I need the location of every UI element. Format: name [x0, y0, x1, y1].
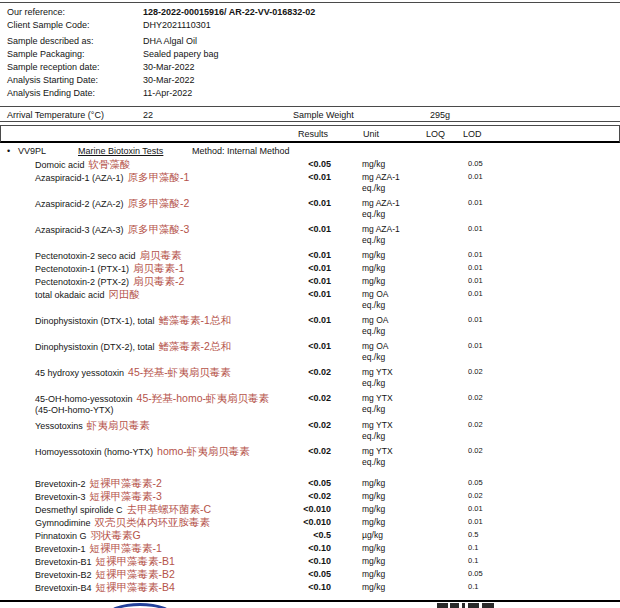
lod-value: 0.01: [468, 288, 513, 300]
unit-line1: mg/kg: [362, 275, 425, 287]
result-value: <0.010: [296, 503, 331, 515]
analyte-name-cell: Brevetoxin-B1短裸甲藻毒素-B1: [7, 555, 296, 568]
unit-line1: mg/kg: [362, 158, 425, 170]
result-value: <0.01: [296, 262, 331, 274]
lod-value: 0.01: [468, 503, 513, 515]
unit-cell: mg/kg: [362, 555, 425, 567]
meta-row: Our reference: 128-2022-00015916/ AR-22-…: [7, 6, 613, 19]
section-bullet: •: [7, 145, 10, 157]
unit-line2: eq./kg: [362, 404, 425, 415]
analyte-chinese-annotation: 45-羟基-homo-虾夷扇贝毒素: [137, 392, 269, 404]
meta-row: Sample described as: DHA Algal Oil: [7, 35, 613, 48]
lab-report-page: Our reference: 128-2022-00015916/ AR-22-…: [0, 0, 620, 608]
analyte-row: Pinnatoxin G羽状毒素G <0.5 µg/kg 0.5: [7, 529, 613, 542]
lod-value: 0.02: [468, 419, 513, 431]
analyte-name: Dinophysistoxin (DTX-1), total: [35, 316, 155, 326]
unit-line1: mg/kg: [362, 490, 425, 502]
analyte-chinese-annotation: 原多甲藻酸-2: [128, 197, 190, 209]
analyte-name-cell: Pectenotoxin-1 (PTX-1)扇贝毒素-1: [7, 262, 296, 275]
bottom-rule: [0, 600, 620, 602]
meta-label: Sample described as:: [7, 35, 143, 48]
lod-value: 0.01: [468, 249, 513, 261]
lod-value: 0.5: [468, 529, 513, 541]
analyte-row: Gymnodimine双壳贝类体内环亚胺毒素 <0.010 mg/kg 0.01: [7, 516, 613, 529]
analyte-name: Pectenotoxin-2 (PTX-2): [35, 277, 129, 287]
unit-line1: mg/kg: [362, 262, 425, 274]
analyte-name: Azaspiracid-1 (AZA-1): [35, 173, 124, 183]
unit-cell: µg/kg: [362, 529, 425, 541]
analyte-rows: Domoic acid软骨藻酸 <0.05 mg/kg 0.05 Azaspir…: [7, 158, 613, 594]
analyte-row: Yessotoxins虾夷扇贝毒素 <0.02 mg YTX eq./kg 0.…: [7, 419, 613, 445]
analyte-chinese-annotation: 冈田酸: [109, 288, 141, 300]
meta-value: 128-2022-00015916/ AR-22-VV-016832-02: [143, 6, 613, 19]
analyte-chinese-annotation: 短裸甲藻毒素-2: [90, 477, 162, 489]
analyte-row: Brevetoxin-2短裸甲藻毒素-2 <0.05 mg/kg 0.05: [7, 477, 613, 490]
lod-value: 0.01: [468, 197, 513, 209]
col-header-loq: LOQ: [426, 128, 445, 140]
unit-cell: mg/kg: [362, 262, 425, 274]
unit-cell: mg/kg: [362, 158, 425, 170]
unit-line2: eq./kg: [362, 431, 425, 442]
lod-value: 0.1: [468, 555, 513, 567]
unit-line1: mg YTX: [362, 366, 425, 378]
analyte-chinese-annotation: 短裸甲藻毒素-B1: [96, 555, 175, 567]
lod-value: 0.05: [468, 477, 513, 489]
unit-line2: eq./kg: [362, 235, 425, 246]
analyte-name-cell: Pectenotoxin-2 (PTX-2)扇贝毒素-2: [7, 275, 296, 288]
unit-cell: mg/kg: [362, 477, 425, 489]
analyte-row: Pectenotoxin-2 (PTX-2)扇贝毒素-2 <0.01 mg/kg…: [7, 275, 613, 288]
lod-value: 0.01: [468, 262, 513, 274]
analyte-name: Azaspiracid-3 (AZA-3): [35, 225, 124, 235]
analyte-chinese-annotation: 扇贝毒素: [140, 249, 182, 261]
analyte-chinese-annotation: 原多甲藻酸-1: [128, 171, 190, 183]
result-value: <0.05: [296, 568, 331, 580]
meta-value: 30-Mar-2022: [143, 61, 613, 74]
meta-label: Our reference:: [7, 6, 143, 19]
analyte-row: Brevetoxin-B2短裸甲藻毒素-B2 <0.05 mg/kg 0.05: [7, 568, 613, 581]
analyte-name: total okadaic acid: [35, 290, 105, 300]
meta-value: 30-Mar-2022: [143, 74, 613, 87]
unit-line2: eq./kg: [362, 326, 425, 337]
result-value: <0.01: [296, 171, 331, 183]
analyte-row: Brevetoxin-B4短裸甲藻毒素-B4 <0.10 mg/kg 0.1: [7, 581, 613, 594]
analyte-row: 45 hydroxy yessotoxin45-羟基-虾夷扇贝毒素 <0.02 …: [7, 366, 613, 392]
analyte-chinese-annotation: 软骨藻酸: [89, 158, 131, 170]
analyte-chinese-annotation: 扇贝毒素-2: [133, 275, 184, 287]
analyte-name: Yessotoxins: [35, 421, 83, 431]
analyte-name: Domoic acid: [35, 160, 85, 170]
analyte-row: Dinophysistoxin (DTX-2), total鳍藻毒素-2总和 <…: [7, 340, 613, 366]
analyte-row: 45-OH-homo-yessotoxin45-羟基-homo-虾夷扇贝毒素 (…: [7, 392, 613, 419]
analyte-chinese-annotation: 鳍藻毒素-2总和: [159, 340, 231, 352]
lod-value: 0.02: [468, 490, 513, 502]
analyte-name: Desmethyl spirolide C: [35, 505, 123, 515]
unit-line1: mg AZA-1: [362, 197, 425, 209]
analyte-row: Azaspiracid-2 (AZA-2)原多甲藻酸-2 <0.01 mg AZ…: [7, 197, 613, 223]
lod-value: 0.1: [468, 542, 513, 554]
meta-label: Sample Packaging:: [7, 48, 143, 61]
result-value: <0.01: [296, 340, 331, 352]
analyte-chinese-annotation: 去甲基螺环菌素-C: [127, 503, 212, 515]
sample-meta-block: Our reference: 128-2022-00015916/ AR-22-…: [7, 6, 613, 100]
analyte-name-cell: Domoic acid软骨藻酸: [7, 158, 296, 171]
result-value: <0.02: [296, 490, 331, 502]
analyte-name-cell: Azaspiracid-1 (AZA-1)原多甲藻酸-1: [7, 171, 296, 184]
analyte-row: Pectenotoxin-1 (PTX-1)扇贝毒素-1 <0.01 mg/kg…: [7, 262, 613, 275]
unit-line1: mg YTX: [362, 419, 425, 431]
analyte-row: Dinophysistoxin (DTX-1), total鳍藻毒素-1总和 <…: [7, 314, 613, 340]
unit-cell: mg AZA-1 eq./kg: [362, 223, 425, 246]
unit-line1: mg AZA-1: [362, 171, 425, 183]
analyte-chinese-annotation: 虾夷扇贝毒素: [87, 419, 150, 431]
unit-cell: mg OA eq./kg: [362, 314, 425, 337]
analyte-name: Brevetoxin-B4: [35, 583, 92, 593]
result-value: <0.02: [296, 392, 331, 404]
unit-line1: µg/kg: [362, 529, 425, 541]
col-header-lod: LOD: [463, 128, 482, 140]
analyte-row: Azaspiracid-3 (AZA-3)原多甲藻酸-3 <0.01 mg AZ…: [7, 223, 613, 249]
analyte-name-cell: Yessotoxins虾夷扇贝毒素: [7, 419, 296, 432]
result-value: <0.10: [296, 581, 331, 593]
analyte-row: Desmethyl spirolide C去甲基螺环菌素-C <0.010 mg…: [7, 503, 613, 516]
lod-value: 0.01: [468, 516, 513, 528]
analyte-row: Domoic acid软骨藻酸 <0.05 mg/kg 0.05: [7, 158, 613, 171]
analyte-name: Homoyessotoxin (homo-YTX): [35, 447, 153, 457]
unit-cell: mg OA eq./kg: [362, 288, 425, 311]
